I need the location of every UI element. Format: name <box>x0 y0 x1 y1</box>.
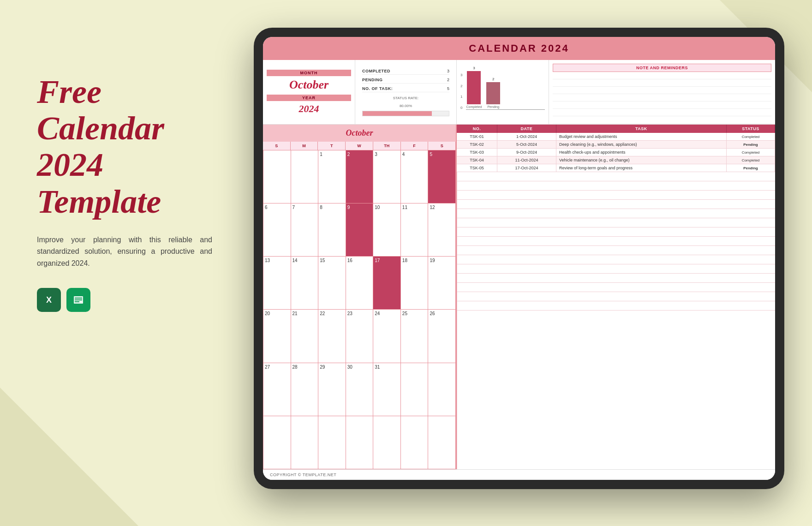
task-description: Vehicle maintenance (e.g., oil change) <box>556 156 726 164</box>
empty-row <box>457 191 775 200</box>
tasks-section: NO. DATE TASK STATUS TSK-011-Oct-2024Bud… <box>457 125 775 469</box>
task-date: 9-Oct-2024 <box>497 149 556 156</box>
calendar-cell: 6 <box>263 203 291 257</box>
calendar-cell <box>263 416 291 469</box>
empty-row <box>457 181 775 191</box>
calendar-cell <box>401 416 429 469</box>
days-header: S M T W TH F S <box>263 142 456 150</box>
calendar-cell: 26 <box>428 310 456 363</box>
day-header-th: TH <box>373 142 401 150</box>
day-header-t1: T <box>318 142 346 150</box>
calendar-cell: 29 <box>318 363 346 416</box>
main-title: Free Calendar 2024 Template <box>37 74 212 220</box>
notes-panel: NOTE AND REMINDERS <box>549 60 775 124</box>
calendar-cell <box>428 363 456 416</box>
empty-rows <box>457 172 775 469</box>
notes-header: NOTE AND REMINDERS <box>553 64 771 72</box>
calendar-month-header: October <box>263 125 456 142</box>
task-count-row: NO. OF TASK: 5 <box>362 85 449 92</box>
month-label: MONTH <box>267 70 351 76</box>
empty-row <box>457 274 775 283</box>
calendar-cell: 7 <box>291 203 319 257</box>
calendar-cell: 24 <box>373 310 401 363</box>
calendar-cell: 11 <box>401 203 429 257</box>
bg-decoration-left <box>0 388 138 526</box>
bar-pending: 2 Pending <box>486 77 500 108</box>
chart-bars: 3 Completed 2 Pending <box>466 72 545 108</box>
calendar-cell <box>428 416 456 469</box>
task-no: TSK-02 <box>457 141 497 149</box>
calendar-cell: 18 <box>401 257 429 310</box>
notes-line <box>553 102 771 109</box>
calendar-cell: 3 <box>373 150 401 203</box>
task-row: TSK-011-Oct-2024Budget review and adjust… <box>457 133 775 141</box>
empty-row <box>457 218 775 227</box>
completed-value: 3 <box>447 69 449 73</box>
calendar-cell <box>263 150 291 203</box>
notes-line <box>553 109 771 116</box>
calendar-cell: 10 <box>373 203 401 257</box>
task-count-label: NO. OF TASK: <box>362 86 393 91</box>
task-date: 11-Oct-2024 <box>497 156 556 164</box>
task-status: Completed <box>726 149 775 156</box>
tablet-device: CALENDAR 2024 MONTH October YEAR 2024 CO… <box>254 28 784 489</box>
day-header-w: W <box>346 142 373 150</box>
chart-x-line <box>466 109 545 110</box>
task-no: TSK-03 <box>457 149 497 156</box>
progress-bar-container <box>362 111 449 116</box>
calendar-title: CALENDAR 2024 <box>263 37 775 60</box>
calendar-cell <box>318 416 346 469</box>
calendar-cell <box>401 363 429 416</box>
notes-line <box>553 79 771 87</box>
chart-panel: 3 2 1 0 3 Completed <box>457 60 549 124</box>
task-date: 5-Oct-2024 <box>497 141 556 149</box>
task-date: 17-Oct-2024 <box>497 164 556 172</box>
bar-completed: 3 Completed <box>466 66 482 108</box>
stats-panel: COMPLETED 3 PENDING 2 NO. OF TASK: 5 STA… <box>355 60 457 124</box>
task-row: TSK-039-Oct-2024Health check-ups and app… <box>457 149 775 156</box>
day-header-m: M <box>291 142 318 150</box>
empty-row <box>457 255 775 264</box>
calendar-cell: 12 <box>428 203 456 257</box>
empty-row <box>457 264 775 274</box>
empty-row <box>457 200 775 209</box>
calendar-cell: 25 <box>401 310 429 363</box>
task-row: TSK-025-Oct-2024Deep cleaning (e.g., win… <box>457 141 775 149</box>
svg-rect-5 <box>75 299 82 300</box>
calendar-cell: 1 <box>318 150 346 203</box>
svg-text:X: X <box>46 295 52 305</box>
tablet-screen: CALENDAR 2024 MONTH October YEAR 2024 CO… <box>263 37 775 480</box>
task-date: 1-Oct-2024 <box>497 133 556 141</box>
empty-row <box>457 237 775 246</box>
calendar-cell: 22 <box>318 310 346 363</box>
svg-rect-6 <box>75 301 79 302</box>
year-label: YEAR <box>267 95 351 101</box>
completed-label: COMPLETED <box>362 69 390 73</box>
calendar-cell: 5 <box>428 150 456 203</box>
col-date: DATE <box>497 125 556 133</box>
completed-stat-row: COMPLETED 3 <box>362 68 449 75</box>
task-description: Health check-ups and appointments <box>556 149 726 156</box>
calendar-cell: 9 <box>346 203 374 257</box>
empty-row <box>457 292 775 301</box>
calendar-cell <box>346 416 374 469</box>
notes-line <box>553 72 771 79</box>
task-description: Deep cleaning (e.g., windows, appliances… <box>556 141 726 149</box>
calendar-cell: 17 <box>373 257 401 310</box>
status-rate-label: STATUS RATE: <box>362 96 449 100</box>
calendar-cell: 27 <box>263 363 291 416</box>
excel-icon: X <box>37 288 61 312</box>
task-no: TSK-01 <box>457 133 497 141</box>
calendar-cell: 23 <box>346 310 374 363</box>
task-row: TSK-0517-Oct-2024Review of long-term goa… <box>457 164 775 172</box>
empty-row <box>457 301 775 311</box>
pending-label: PENDING <box>362 78 383 82</box>
status-rate-value: 80.00% <box>362 104 449 108</box>
calendar-grid: 1234567891011121314151617181920212223242… <box>263 150 456 469</box>
calendar-cell: 21 <box>291 310 319 363</box>
task-no: TSK-05 <box>457 164 497 172</box>
notes-line <box>553 94 771 102</box>
left-panel: Free Calendar 2024 Template Improve your… <box>37 74 212 312</box>
tasks-table: NO. DATE TASK STATUS TSK-011-Oct-2024Bud… <box>457 125 775 172</box>
task-row: TSK-0411-Oct-2024Vehicle maintenance (e.… <box>457 156 775 164</box>
